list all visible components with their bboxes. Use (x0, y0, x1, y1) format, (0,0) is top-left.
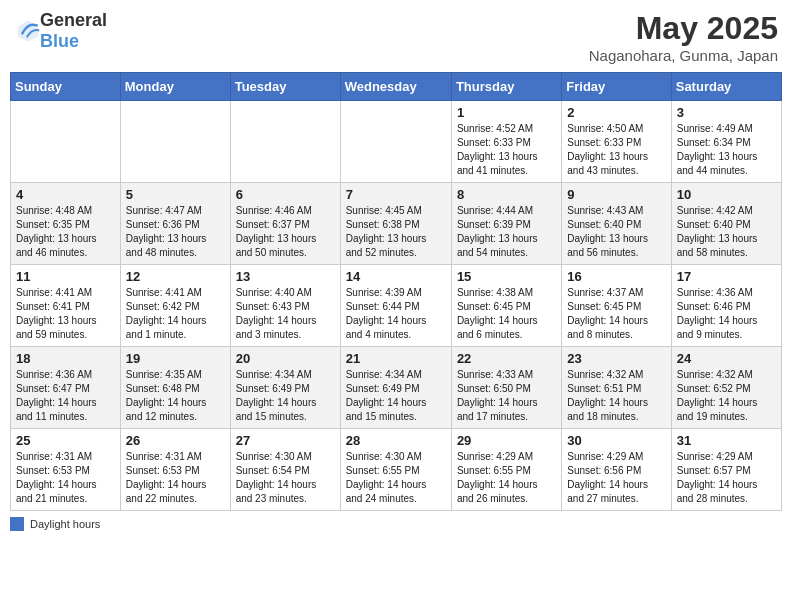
calendar-cell: 30Sunrise: 4:29 AM Sunset: 6:56 PM Dayli… (562, 429, 671, 511)
day-number: 10 (677, 187, 776, 202)
day-info: Sunrise: 4:30 AM Sunset: 6:54 PM Dayligh… (236, 450, 335, 506)
calendar-cell: 18Sunrise: 4:36 AM Sunset: 6:47 PM Dayli… (11, 347, 121, 429)
calendar-cell: 22Sunrise: 4:33 AM Sunset: 6:50 PM Dayli… (451, 347, 561, 429)
day-info: Sunrise: 4:49 AM Sunset: 6:34 PM Dayligh… (677, 122, 776, 178)
calendar-week-row: 25Sunrise: 4:31 AM Sunset: 6:53 PM Dayli… (11, 429, 782, 511)
day-number: 31 (677, 433, 776, 448)
calendar-col-header: Friday (562, 73, 671, 101)
day-info: Sunrise: 4:34 AM Sunset: 6:49 PM Dayligh… (346, 368, 446, 424)
calendar-cell (340, 101, 451, 183)
calendar-week-row: 1Sunrise: 4:52 AM Sunset: 6:33 PM Daylig… (11, 101, 782, 183)
day-info: Sunrise: 4:29 AM Sunset: 6:55 PM Dayligh… (457, 450, 556, 506)
day-info: Sunrise: 4:50 AM Sunset: 6:33 PM Dayligh… (567, 122, 665, 178)
day-number: 30 (567, 433, 665, 448)
calendar-cell: 23Sunrise: 4:32 AM Sunset: 6:51 PM Dayli… (562, 347, 671, 429)
day-number: 18 (16, 351, 115, 366)
calendar-col-header: Saturday (671, 73, 781, 101)
calendar-table: SundayMondayTuesdayWednesdayThursdayFrid… (10, 72, 782, 511)
calendar-cell: 8Sunrise: 4:44 AM Sunset: 6:39 PM Daylig… (451, 183, 561, 265)
month-title: May 2025 (589, 10, 778, 47)
day-info: Sunrise: 4:32 AM Sunset: 6:52 PM Dayligh… (677, 368, 776, 424)
day-info: Sunrise: 4:30 AM Sunset: 6:55 PM Dayligh… (346, 450, 446, 506)
location-title: Naganohara, Gunma, Japan (589, 47, 778, 64)
calendar-cell: 1Sunrise: 4:52 AM Sunset: 6:33 PM Daylig… (451, 101, 561, 183)
calendar-cell: 31Sunrise: 4:29 AM Sunset: 6:57 PM Dayli… (671, 429, 781, 511)
day-info: Sunrise: 4:46 AM Sunset: 6:37 PM Dayligh… (236, 204, 335, 260)
calendar-cell: 3Sunrise: 4:49 AM Sunset: 6:34 PM Daylig… (671, 101, 781, 183)
calendar-cell: 21Sunrise: 4:34 AM Sunset: 6:49 PM Dayli… (340, 347, 451, 429)
logo-icon (16, 19, 40, 43)
calendar-cell: 20Sunrise: 4:34 AM Sunset: 6:49 PM Dayli… (230, 347, 340, 429)
day-info: Sunrise: 4:44 AM Sunset: 6:39 PM Dayligh… (457, 204, 556, 260)
legend-box (10, 517, 24, 531)
calendar-cell: 10Sunrise: 4:42 AM Sunset: 6:40 PM Dayli… (671, 183, 781, 265)
day-number: 4 (16, 187, 115, 202)
calendar-cell (120, 101, 230, 183)
day-info: Sunrise: 4:48 AM Sunset: 6:35 PM Dayligh… (16, 204, 115, 260)
calendar-cell: 11Sunrise: 4:41 AM Sunset: 6:41 PM Dayli… (11, 265, 121, 347)
day-info: Sunrise: 4:52 AM Sunset: 6:33 PM Dayligh… (457, 122, 556, 178)
day-number: 8 (457, 187, 556, 202)
day-info: Sunrise: 4:35 AM Sunset: 6:48 PM Dayligh… (126, 368, 225, 424)
day-number: 17 (677, 269, 776, 284)
day-number: 7 (346, 187, 446, 202)
calendar-cell: 25Sunrise: 4:31 AM Sunset: 6:53 PM Dayli… (11, 429, 121, 511)
day-info: Sunrise: 4:40 AM Sunset: 6:43 PM Dayligh… (236, 286, 335, 342)
calendar-cell: 27Sunrise: 4:30 AM Sunset: 6:54 PM Dayli… (230, 429, 340, 511)
day-info: Sunrise: 4:38 AM Sunset: 6:45 PM Dayligh… (457, 286, 556, 342)
calendar-week-row: 4Sunrise: 4:48 AM Sunset: 6:35 PM Daylig… (11, 183, 782, 265)
day-number: 5 (126, 187, 225, 202)
calendar-cell: 24Sunrise: 4:32 AM Sunset: 6:52 PM Dayli… (671, 347, 781, 429)
day-number: 15 (457, 269, 556, 284)
day-number: 12 (126, 269, 225, 284)
day-number: 14 (346, 269, 446, 284)
day-info: Sunrise: 4:41 AM Sunset: 6:42 PM Dayligh… (126, 286, 225, 342)
day-number: 25 (16, 433, 115, 448)
day-number: 16 (567, 269, 665, 284)
calendar-cell: 4Sunrise: 4:48 AM Sunset: 6:35 PM Daylig… (11, 183, 121, 265)
calendar-col-header: Monday (120, 73, 230, 101)
day-info: Sunrise: 4:43 AM Sunset: 6:40 PM Dayligh… (567, 204, 665, 260)
day-info: Sunrise: 4:32 AM Sunset: 6:51 PM Dayligh… (567, 368, 665, 424)
calendar-col-header: Sunday (11, 73, 121, 101)
day-number: 9 (567, 187, 665, 202)
calendar-cell: 28Sunrise: 4:30 AM Sunset: 6:55 PM Dayli… (340, 429, 451, 511)
calendar-cell (11, 101, 121, 183)
day-info: Sunrise: 4:29 AM Sunset: 6:56 PM Dayligh… (567, 450, 665, 506)
calendar-cell: 19Sunrise: 4:35 AM Sunset: 6:48 PM Dayli… (120, 347, 230, 429)
day-number: 11 (16, 269, 115, 284)
calendar-col-header: Thursday (451, 73, 561, 101)
logo-blue-text: Blue (40, 31, 79, 51)
footer: Daylight hours (10, 517, 782, 531)
calendar-week-row: 18Sunrise: 4:36 AM Sunset: 6:47 PM Dayli… (11, 347, 782, 429)
day-number: 23 (567, 351, 665, 366)
day-number: 24 (677, 351, 776, 366)
calendar-cell: 26Sunrise: 4:31 AM Sunset: 6:53 PM Dayli… (120, 429, 230, 511)
day-number: 21 (346, 351, 446, 366)
legend-label: Daylight hours (30, 518, 100, 530)
calendar-cell: 17Sunrise: 4:36 AM Sunset: 6:46 PM Dayli… (671, 265, 781, 347)
calendar-cell (230, 101, 340, 183)
calendar-cell: 6Sunrise: 4:46 AM Sunset: 6:37 PM Daylig… (230, 183, 340, 265)
calendar-cell: 5Sunrise: 4:47 AM Sunset: 6:36 PM Daylig… (120, 183, 230, 265)
day-number: 6 (236, 187, 335, 202)
logo-general-text: General (40, 10, 107, 30)
calendar-col-header: Wednesday (340, 73, 451, 101)
logo: General Blue (14, 10, 107, 52)
calendar-cell: 9Sunrise: 4:43 AM Sunset: 6:40 PM Daylig… (562, 183, 671, 265)
day-info: Sunrise: 4:36 AM Sunset: 6:47 PM Dayligh… (16, 368, 115, 424)
calendar-cell: 2Sunrise: 4:50 AM Sunset: 6:33 PM Daylig… (562, 101, 671, 183)
calendar-cell: 12Sunrise: 4:41 AM Sunset: 6:42 PM Dayli… (120, 265, 230, 347)
day-number: 26 (126, 433, 225, 448)
title-block: May 2025 Naganohara, Gunma, Japan (589, 10, 778, 64)
calendar-week-row: 11Sunrise: 4:41 AM Sunset: 6:41 PM Dayli… (11, 265, 782, 347)
day-info: Sunrise: 4:45 AM Sunset: 6:38 PM Dayligh… (346, 204, 446, 260)
day-number: 22 (457, 351, 556, 366)
day-number: 28 (346, 433, 446, 448)
day-number: 29 (457, 433, 556, 448)
calendar-cell: 13Sunrise: 4:40 AM Sunset: 6:43 PM Dayli… (230, 265, 340, 347)
day-info: Sunrise: 4:36 AM Sunset: 6:46 PM Dayligh… (677, 286, 776, 342)
day-info: Sunrise: 4:47 AM Sunset: 6:36 PM Dayligh… (126, 204, 225, 260)
day-info: Sunrise: 4:37 AM Sunset: 6:45 PM Dayligh… (567, 286, 665, 342)
day-info: Sunrise: 4:31 AM Sunset: 6:53 PM Dayligh… (16, 450, 115, 506)
